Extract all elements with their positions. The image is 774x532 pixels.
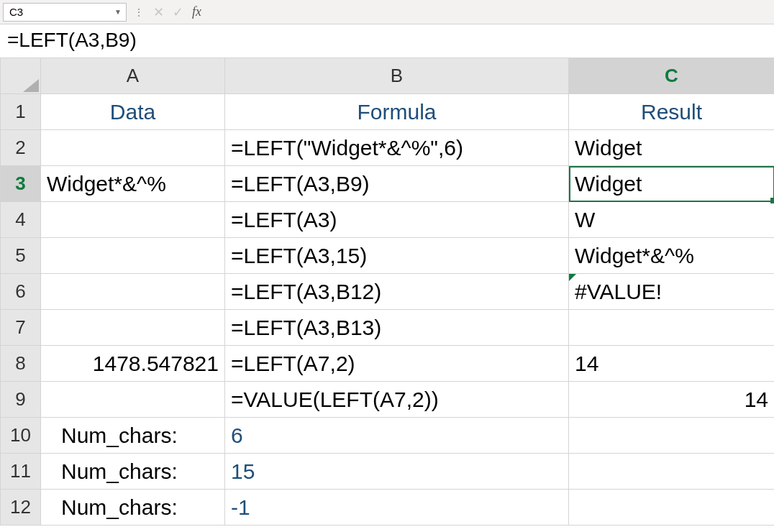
cell-A6[interactable] [41, 274, 225, 310]
cell-A8[interactable]: 1478.547821 [41, 346, 225, 382]
cell-B9[interactable]: =VALUE(LEFT(A7,2)) [225, 382, 569, 418]
row-header-10[interactable]: 10 [1, 418, 41, 454]
cell-B10[interactable]: 6 [225, 418, 569, 454]
name-box[interactable]: C3 ▼ [3, 3, 127, 22]
col-header-B[interactable]: B [225, 58, 569, 94]
cell-C10[interactable] [569, 418, 775, 454]
cell-B4[interactable]: =LEFT(A3) [225, 202, 569, 238]
cell-A1[interactable]: Data [41, 94, 225, 130]
cell-C4[interactable]: W [569, 202, 775, 238]
row-header-7[interactable]: 7 [1, 310, 41, 346]
cell-B12[interactable]: -1 [225, 490, 569, 526]
cell-B5[interactable]: =LEFT(A3,15) [225, 238, 569, 274]
cell-C5[interactable]: Widget*&^% [569, 238, 775, 274]
cell-A12[interactable]: Num_chars: [41, 490, 225, 526]
row-header-9[interactable]: 9 [1, 382, 41, 418]
cell-A5[interactable] [41, 238, 225, 274]
cell-A10[interactable]: Num_chars: [41, 418, 225, 454]
row-header-12[interactable]: 12 [1, 490, 41, 526]
cell-A3[interactable]: Widget*&^% [41, 166, 225, 202]
cell-B1[interactable]: Formula [225, 94, 569, 130]
formula-input-text: =LEFT(A3,B9) [7, 29, 137, 51]
cell-A11[interactable]: Num_chars: [41, 454, 225, 490]
cell-B8[interactable]: =LEFT(A7,2) [225, 346, 569, 382]
formula-bar-buttons: ⋮ ✕ ✓ fx [134, 4, 201, 20]
formula-bar: C3 ▼ ⋮ ✕ ✓ fx [0, 0, 774, 24]
fx-icon[interactable]: fx [192, 4, 201, 19]
cell-C11[interactable] [569, 454, 775, 490]
cell-A2[interactable] [41, 130, 225, 166]
cell-B11[interactable]: 15 [225, 454, 569, 490]
cell-C6[interactable]: #VALUE! [569, 274, 775, 310]
cell-C3[interactable]: Widget [569, 166, 775, 202]
select-all-corner[interactable] [1, 58, 41, 94]
chevron-down-icon[interactable]: ▼ [114, 8, 122, 16]
cell-C12[interactable] [569, 490, 775, 526]
col-header-A[interactable]: A [41, 58, 225, 94]
spreadsheet-grid[interactable]: A B C 1 Data Formula Result 2 =LEFT("Wid… [0, 58, 774, 532]
cell-A9[interactable] [41, 382, 225, 418]
cell-B2[interactable]: =LEFT("Widget*&^%",6) [225, 130, 569, 166]
row-header-6[interactable]: 6 [1, 274, 41, 310]
cell-B7[interactable]: =LEFT(A3,B13) [225, 310, 569, 346]
row-header-8[interactable]: 8 [1, 346, 41, 382]
cell-C9[interactable]: 14 [569, 382, 775, 418]
cell-C1[interactable]: Result [569, 94, 775, 130]
row-header-1[interactable]: 1 [1, 94, 41, 130]
row-header-5[interactable]: 5 [1, 238, 41, 274]
enter-icon[interactable]: ✓ [173, 4, 183, 20]
cell-B3[interactable]: =LEFT(A3,B9) [225, 166, 569, 202]
cancel-icon[interactable]: ✕ [153, 4, 164, 20]
formula-input[interactable]: =LEFT(A3,B9) [0, 24, 774, 59]
row-header-4[interactable]: 4 [1, 202, 41, 238]
cell-A4[interactable] [41, 202, 225, 238]
row-header-11[interactable]: 11 [1, 454, 41, 490]
name-box-value: C3 [9, 6, 23, 18]
row-header-3[interactable]: 3 [1, 166, 41, 202]
cell-C8[interactable]: 14 [569, 346, 775, 382]
drag-handle-icon[interactable]: ⋮ [134, 6, 145, 18]
cell-C7[interactable] [569, 310, 775, 346]
col-header-C[interactable]: C [569, 58, 775, 94]
row-header-2[interactable]: 2 [1, 130, 41, 166]
cell-C2[interactable]: Widget [569, 130, 775, 166]
cell-B6[interactable]: =LEFT(A3,B12) [225, 274, 569, 310]
cell-A7[interactable] [41, 310, 225, 346]
